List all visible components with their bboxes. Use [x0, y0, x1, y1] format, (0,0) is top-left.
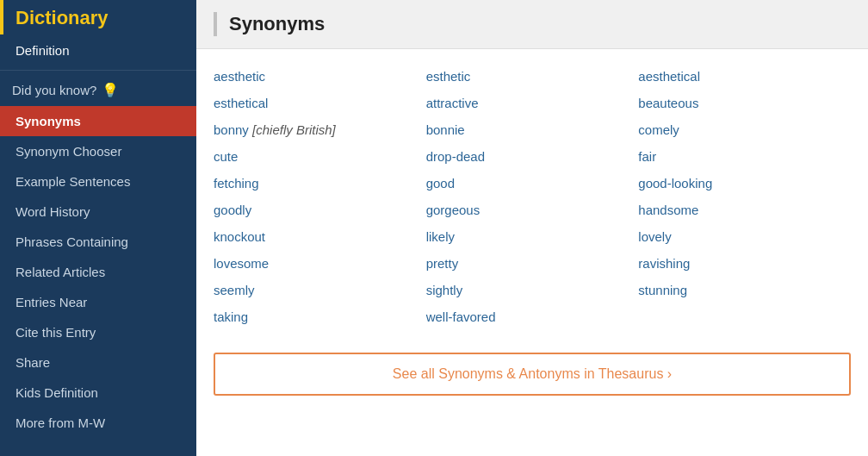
did-you-know-label: Did you know? — [12, 83, 96, 97]
sidebar-item-example-sentences[interactable]: Example Sentences — [0, 166, 196, 197]
synonym-link[interactable]: bonnie — [426, 116, 639, 143]
synonym-link[interactable]: knockout — [214, 223, 426, 250]
header-bar — [214, 12, 217, 36]
synonyms-grid: aestheticestheticaestheticalestheticalat… — [196, 49, 868, 339]
synonyms-title: Synonyms — [229, 13, 325, 35]
synonym-link[interactable]: likely — [426, 223, 639, 250]
synonym-link[interactable]: gorgeous — [426, 197, 639, 223]
synonym-link[interactable]: aesthetic — [214, 63, 426, 90]
sidebar-divider — [0, 70, 196, 71]
synonym-link[interactable]: stunning — [638, 277, 851, 303]
synonym-link[interactable]: bonny [chiefly British] — [214, 116, 426, 143]
thesaurus-button[interactable]: See all Synonyms & Antonyms in Thesaurus… — [214, 353, 851, 396]
sidebar-item-cite-this-entry[interactable]: Cite this Entry — [0, 317, 196, 347]
synonym-link[interactable]: beauteous — [638, 90, 851, 116]
bulb-icon: 💡 — [102, 82, 119, 98]
sidebar-item-word-history[interactable]: Word History — [0, 197, 196, 227]
synonym-link[interactable]: handsome — [638, 197, 851, 223]
synonym-link[interactable]: goodly — [214, 197, 426, 223]
sidebar-item-entries-near[interactable]: Entries Near — [0, 287, 196, 317]
synonym-link[interactable]: attractive — [426, 90, 639, 116]
synonym-link[interactable]: good-looking — [638, 170, 851, 197]
main-content: Synonyms aestheticestheticaestheticalest… — [196, 0, 868, 456]
sidebar-item-synonyms[interactable]: Synonyms — [0, 106, 196, 136]
synonyms-header: Synonyms — [196, 0, 868, 49]
synonym-link[interactable]: well-favored — [426, 303, 639, 330]
synonym-link[interactable]: pretty — [426, 250, 639, 277]
synonym-link[interactable]: sightly — [426, 277, 639, 303]
synonym-link[interactable]: comely — [638, 116, 851, 143]
sidebar-item-more-from-mw[interactable]: More from M-W — [0, 408, 196, 438]
synonym-link[interactable]: esthetical — [214, 90, 426, 116]
synonym-link[interactable]: good — [426, 170, 639, 197]
thesaurus-btn-container: See all Synonyms & Antonyms in Thesaurus… — [196, 339, 868, 413]
sidebar-item-kids-definition[interactable]: Kids Definition — [0, 378, 196, 408]
sidebar-item-definition[interactable]: Definition — [0, 34, 196, 66]
sidebar-item-phrases-containing[interactable]: Phrases Containing — [0, 227, 196, 257]
sidebar-item-share[interactable]: Share — [0, 347, 196, 378]
sidebar-title: Dictionary — [0, 0, 196, 34]
sidebar-item-did-you-know[interactable]: Did you know? 💡 — [0, 74, 196, 106]
synonym-link[interactable]: esthetic — [426, 63, 639, 90]
synonym-link[interactable]: ravishing — [638, 250, 851, 277]
synonym-link[interactable]: fair — [638, 143, 851, 170]
synonym-link[interactable]: aesthetical — [638, 63, 851, 90]
synonym-link[interactable]: seemly — [214, 277, 426, 303]
synonym-link[interactable]: cute — [214, 143, 426, 170]
sidebar: Dictionary Definition Did you know? 💡 Sy… — [0, 0, 196, 456]
synonym-link[interactable]: lovely — [638, 223, 851, 250]
synonym-link[interactable]: drop-dead — [426, 143, 639, 170]
synonym-empty — [638, 303, 851, 330]
synonym-link[interactable]: taking — [214, 303, 426, 330]
synonym-link[interactable]: lovesome — [214, 250, 426, 277]
sidebar-item-related-articles[interactable]: Related Articles — [0, 257, 196, 287]
synonym-link[interactable]: fetching — [214, 170, 426, 197]
sidebar-item-synonym-chooser[interactable]: Synonym Chooser — [0, 136, 196, 166]
